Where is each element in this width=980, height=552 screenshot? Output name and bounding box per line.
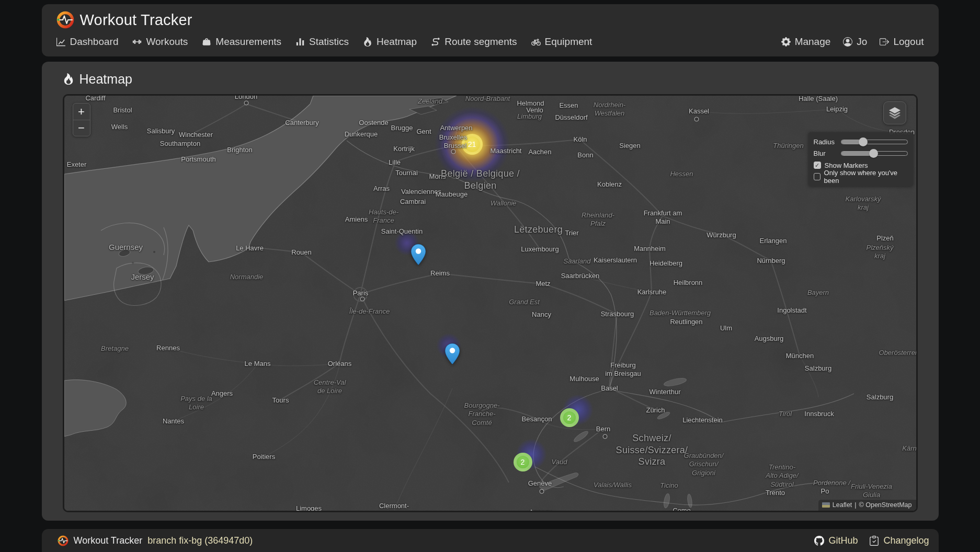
- footer-version-link[interactable]: branch fix-bg (364947d0): [147, 535, 253, 546]
- nav-item-profile[interactable]: Jo: [843, 36, 867, 48]
- leaflet-link[interactable]: Leaflet: [833, 501, 852, 509]
- footer-link-changelog[interactable]: Changelog: [869, 535, 929, 546]
- footer: Workout Tracker branch fix-bg (364947d0)…: [42, 529, 939, 552]
- nav-item-label: Jo: [857, 36, 867, 48]
- bicycle-icon: [531, 37, 541, 47]
- openstreetmap-link[interactable]: © OpenStreetMap: [859, 501, 912, 509]
- heatmap-card: Heatmap: [42, 62, 939, 521]
- footer-logo-icon: [58, 535, 69, 546]
- blur-slider-fill: [841, 152, 874, 155]
- header: Workout Tracker DashboardWorkoutsMeasure…: [42, 4, 939, 56]
- nav-item-label: Route segments: [445, 36, 517, 48]
- nav-item-label: Dashboard: [70, 36, 119, 48]
- nav-item-heatmap[interactable]: Heatmap: [363, 36, 417, 48]
- map-layers-button[interactable]: [883, 101, 906, 124]
- person-circle-icon: [843, 37, 852, 47]
- github-icon: [814, 536, 824, 546]
- app-title: Workout Tracker: [80, 12, 192, 29]
- map-pin-marker[interactable]: [411, 244, 426, 266]
- nav-item-dashboard[interactable]: Dashboard: [56, 36, 119, 48]
- radius-slider[interactable]: [841, 140, 908, 144]
- nav-bar: DashboardWorkoutsMeasurementsStatisticsH…: [56, 31, 924, 52]
- footer-link-label: GitHub: [828, 535, 858, 546]
- map-pin-marker[interactable]: [445, 343, 460, 365]
- nav-item-logout[interactable]: Logout: [880, 36, 924, 48]
- nav-item-label: Equipment: [545, 36, 592, 48]
- nav-item-label: Heatmap: [377, 36, 417, 48]
- footer-links: GitHubChangelog: [814, 535, 929, 546]
- nav-item-manage[interactable]: Manage: [781, 36, 831, 48]
- attribution-separator: |: [854, 501, 856, 509]
- show-markers-label: Show Markers: [825, 162, 868, 169]
- only-show-checkbox[interactable]: [814, 173, 821, 180]
- nav-item-label: Workouts: [146, 36, 188, 48]
- radius-slider-thumb[interactable]: [859, 137, 868, 146]
- weight-icon: [202, 37, 211, 47]
- app-logo-icon[interactable]: [56, 11, 74, 29]
- page-title: Heatmap: [63, 69, 918, 89]
- nav-item-label: Measurements: [215, 36, 281, 48]
- cluster-marker[interactable]: 2: [514, 453, 532, 472]
- blur-slider-thumb[interactable]: [869, 149, 878, 158]
- zoom-in-button[interactable]: +: [73, 104, 90, 120]
- route-icon: [431, 37, 440, 47]
- map-markers-layer: 2122: [64, 96, 916, 511]
- only-show-label: Only show where you've been: [824, 169, 908, 185]
- clipboard-check-icon: [869, 536, 879, 546]
- blur-row: Blur: [814, 147, 908, 159]
- radius-row: Radius: [814, 136, 908, 147]
- nav-item-label: Manage: [795, 36, 831, 48]
- gear-icon: [781, 37, 791, 47]
- map-zoom-control: + −: [73, 103, 90, 136]
- layers-icon: [888, 106, 902, 120]
- cluster-count: 2: [521, 458, 525, 466]
- cluster-count: 21: [468, 140, 476, 148]
- heatmap-settings-panel: Radius Blur ✓: [808, 132, 913, 186]
- nav-left: DashboardWorkoutsMeasurementsStatisticsH…: [56, 36, 592, 48]
- cluster-marker[interactable]: 2: [560, 408, 579, 427]
- blur-slider[interactable]: [841, 151, 908, 156]
- map-attribution: Leaflet | © OpenStreetMap: [818, 500, 916, 511]
- blur-label: Blur: [814, 150, 837, 157]
- bar-chart-icon: [295, 37, 305, 47]
- flame-icon: [63, 73, 74, 85]
- show-markers-checkbox[interactable]: ✓: [814, 162, 821, 169]
- chart-line-icon: [56, 37, 66, 47]
- footer-link-label: Changelog: [883, 535, 929, 546]
- map[interactable]: 2122 CardiffLondonBristolWellsSalisburyW…: [63, 94, 918, 512]
- only-show-row[interactable]: Only show where you've been: [814, 171, 908, 182]
- nav-item-route-segments[interactable]: Route segments: [431, 36, 517, 48]
- cluster-count: 2: [567, 413, 572, 422]
- nav-item-label: Logout: [893, 36, 924, 48]
- nav-item-label: Statistics: [309, 36, 349, 48]
- page: Workout Tracker DashboardWorkoutsMeasure…: [42, 0, 939, 552]
- nav-right: ManageJoLogout: [781, 36, 924, 48]
- title-row: Workout Tracker: [56, 8, 924, 31]
- flame-icon: [363, 37, 372, 47]
- footer-brand: Workout Tracker: [74, 535, 143, 546]
- nav-item-workouts[interactable]: Workouts: [132, 36, 188, 48]
- logout-icon: [880, 37, 889, 47]
- nav-item-statistics[interactable]: Statistics: [295, 36, 349, 48]
- footer-link-github[interactable]: GitHub: [814, 535, 858, 546]
- zoom-out-button[interactable]: −: [73, 120, 90, 136]
- page-title-text: Heatmap: [79, 72, 132, 87]
- dumbbell-icon: [132, 37, 142, 47]
- heat-cluster-marker[interactable]: 21: [462, 134, 483, 155]
- leaflet-flag-icon: [822, 502, 830, 508]
- nav-item-equipment[interactable]: Equipment: [531, 36, 592, 48]
- nav-item-measurements[interactable]: Measurements: [202, 36, 281, 48]
- radius-label: Radius: [814, 138, 837, 146]
